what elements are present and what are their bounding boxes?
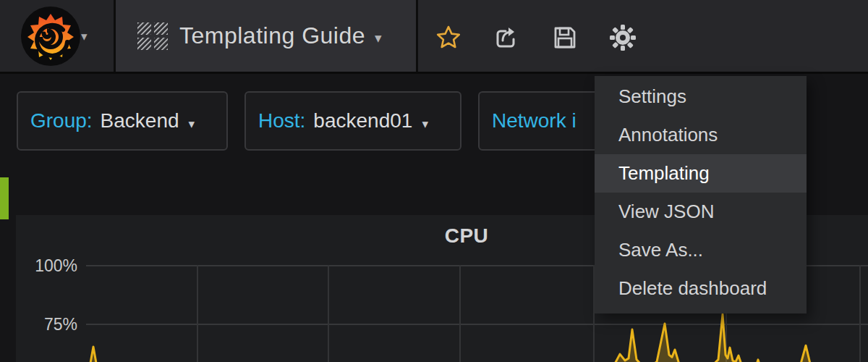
menu-item-annotations[interactable]: Annotations [595, 116, 807, 154]
row-collapse-handle[interactable] [0, 177, 9, 219]
menu-item-save-as[interactable]: Save As... [595, 231, 807, 269]
chevron-down-icon: ▾ [189, 117, 195, 132]
save-button[interactable] [550, 22, 580, 53]
menu-item-delete-dashboard[interactable]: Delete dashboard [595, 269, 807, 308]
save-icon [553, 25, 577, 50]
y-axis-tick-75: 75% [15, 315, 77, 334]
chevron-down-icon: ▾ [81, 29, 88, 44]
menu-item-settings[interactable]: Settings [595, 77, 807, 116]
grafana-dashboard: ▾ Templating Guide ▾ [0, 0, 868, 362]
top-navbar: ▾ Templating Guide ▾ [0, 0, 868, 74]
dashboard-settings-menu: Settings Annotations Templating View JSO… [595, 76, 807, 313]
dashboard-grid-icon [137, 22, 168, 50]
gridline-horizontal [86, 324, 868, 325]
dashboard-title-menu[interactable]: Templating Guide ▾ [116, 0, 416, 72]
menu-item-view-json[interactable]: View JSON [595, 193, 807, 231]
variable-value: backend01 [313, 109, 412, 132]
variable-label: Group: [30, 109, 93, 132]
dashboard-title: Templating Guide [179, 22, 365, 49]
grafana-logo-icon [20, 5, 82, 67]
variable-label: Network i [492, 109, 576, 132]
gridline-vertical [459, 265, 461, 362]
menu-item-templating[interactable]: Templating [595, 154, 807, 193]
star-button[interactable] [433, 22, 464, 53]
share-button[interactable] [491, 22, 522, 53]
navbar-divider [416, 0, 418, 72]
variable-label: Host: [258, 109, 305, 132]
variable-value: Backend [101, 109, 179, 132]
gear-icon [609, 24, 637, 51]
variable-picker-group[interactable]: Group: Backend ▾ [17, 91, 228, 151]
gridline-vertical [197, 265, 198, 362]
y-axis-tick-100: 100% [15, 256, 77, 276]
chevron-down-icon: ▾ [422, 117, 428, 132]
chevron-down-icon: ▾ [375, 30, 382, 46]
gridline-vertical [328, 265, 329, 362]
grafana-logo-menu[interactable]: ▾ [0, 0, 114, 72]
gridline-vertical [859, 265, 861, 362]
variable-picker-host[interactable]: Host: backend01 ▾ [244, 91, 461, 151]
star-icon [435, 25, 461, 51]
settings-button[interactable] [608, 22, 638, 53]
share-icon [493, 25, 519, 51]
